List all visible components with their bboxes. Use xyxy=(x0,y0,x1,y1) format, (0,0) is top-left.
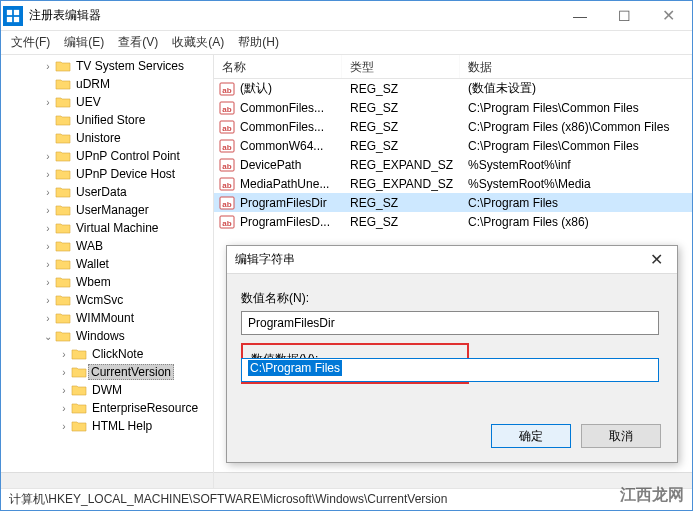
menu-favorites[interactable]: 收藏夹(A) xyxy=(172,34,224,51)
twisty-icon[interactable]: › xyxy=(41,151,55,162)
cancel-button[interactable]: 取消 xyxy=(581,424,661,448)
titlebar: 注册表编辑器 — ☐ ✕ xyxy=(1,1,692,31)
tree-item[interactable]: ›UserManager xyxy=(3,201,213,219)
twisty-icon[interactable]: › xyxy=(41,295,55,306)
tree-item-label: uDRM xyxy=(75,77,110,91)
twisty-icon[interactable]: › xyxy=(41,223,55,234)
menu-file[interactable]: 文件(F) xyxy=(11,34,50,51)
tree-item[interactable]: ›DWM xyxy=(3,381,213,399)
statusbar: 计算机\HKEY_LOCAL_MACHINE\SOFTWARE\Microsof… xyxy=(1,488,692,510)
tree-item[interactable]: Unified Store xyxy=(3,111,213,129)
table-row[interactable]: abMediaPathUne...REG_EXPAND_SZ%SystemRoo… xyxy=(214,174,692,193)
ok-button[interactable]: 确定 xyxy=(491,424,571,448)
tree-item-label: EnterpriseResource xyxy=(91,401,198,415)
tree-item[interactable]: ›UPnP Control Point xyxy=(3,147,213,165)
minimize-button[interactable]: — xyxy=(558,2,602,30)
folder-icon xyxy=(71,419,87,433)
dialog-title: 编辑字符串 xyxy=(235,251,644,268)
menu-help[interactable]: 帮助(H) xyxy=(238,34,279,51)
dialog-close-button[interactable]: ✕ xyxy=(644,250,669,269)
tree-item[interactable]: ›WcmSvc xyxy=(3,291,213,309)
column-header-data[interactable]: 数据 xyxy=(460,55,692,78)
row-type: REG_SZ xyxy=(342,196,460,210)
svg-text:ab: ab xyxy=(222,86,231,95)
twisty-icon[interactable]: › xyxy=(41,97,55,108)
twisty-icon[interactable]: › xyxy=(57,403,71,414)
tree-item-label: UPnP Control Point xyxy=(75,149,180,163)
row-type: REG_SZ xyxy=(342,120,460,134)
twisty-icon[interactable]: › xyxy=(41,313,55,324)
folder-icon xyxy=(55,149,71,163)
tree-item[interactable]: ›EnterpriseResource xyxy=(3,399,213,417)
row-name: CommonW64... xyxy=(240,139,342,153)
row-data: %SystemRoot%\Media xyxy=(460,177,692,191)
tree-item-label: Unistore xyxy=(75,131,121,145)
twisty-icon[interactable]: › xyxy=(41,61,55,72)
tree-item[interactable]: ›Wbem xyxy=(3,273,213,291)
row-type: REG_SZ xyxy=(342,101,460,115)
row-data: C:\Program Files\Common Files xyxy=(460,101,692,115)
folder-icon xyxy=(71,383,87,397)
tree-item[interactable]: ›ClickNote xyxy=(3,345,213,363)
folder-icon xyxy=(55,167,71,181)
column-header-type[interactable]: 类型 xyxy=(342,55,460,78)
table-row[interactable]: abDevicePathREG_EXPAND_SZ%SystemRoot%\in… xyxy=(214,155,692,174)
table-row[interactable]: abCommonFiles...REG_SZC:\Program Files\C… xyxy=(214,98,692,117)
row-name: DevicePath xyxy=(240,158,342,172)
table-row[interactable]: abProgramFilesDirREG_SZC:\Program Files xyxy=(214,193,692,212)
tree-item[interactable]: ›CurrentVersion xyxy=(3,363,213,381)
svg-text:ab: ab xyxy=(222,162,231,171)
folder-icon xyxy=(55,329,71,343)
twisty-icon[interactable]: › xyxy=(57,349,71,360)
menubar: 文件(F) 编辑(E) 查看(V) 收藏夹(A) 帮助(H) xyxy=(1,31,692,55)
twisty-icon[interactable]: › xyxy=(41,277,55,288)
svg-rect-3 xyxy=(14,16,19,21)
tree-item-label: Virtual Machine xyxy=(75,221,159,235)
tree-item[interactable]: ›WIMMount xyxy=(3,309,213,327)
row-data: C:\Program Files\Common Files xyxy=(460,139,692,153)
twisty-icon[interactable]: › xyxy=(41,241,55,252)
tree-item[interactable]: ⌄Windows xyxy=(3,327,213,345)
tree-item[interactable]: ›UserData xyxy=(3,183,213,201)
edit-string-dialog: 编辑字符串 ✕ 数值名称(N): 数值数据(V): C:\Program Fil… xyxy=(226,245,678,463)
maximize-button[interactable]: ☐ xyxy=(602,2,646,30)
folder-icon xyxy=(55,59,71,73)
tree-panel[interactable]: ›TV System ServicesuDRM›UEVUnified Store… xyxy=(1,55,214,488)
tree-horizontal-scrollbar[interactable] xyxy=(1,472,213,488)
table-row[interactable]: ab(默认)REG_SZ(数值未设置) xyxy=(214,79,692,98)
table-row[interactable]: abCommonW64...REG_SZC:\Program Files\Com… xyxy=(214,136,692,155)
value-data-input[interactable]: C:\Program Files xyxy=(241,358,659,382)
tree-item[interactable]: Unistore xyxy=(3,129,213,147)
table-row[interactable]: abCommonFiles...REG_SZC:\Program Files (… xyxy=(214,117,692,136)
folder-icon xyxy=(71,347,87,361)
folder-icon xyxy=(55,293,71,307)
svg-text:ab: ab xyxy=(222,143,231,152)
twisty-icon[interactable]: › xyxy=(57,367,71,378)
twisty-icon[interactable]: › xyxy=(57,385,71,396)
row-data: C:\Program Files (x86)\Common Files xyxy=(460,120,692,134)
tree-item[interactable]: uDRM xyxy=(3,75,213,93)
row-type: REG_SZ xyxy=(342,139,460,153)
tree-item[interactable]: ›WAB xyxy=(3,237,213,255)
string-value-icon: ab xyxy=(218,119,236,135)
twisty-icon[interactable]: › xyxy=(41,259,55,270)
table-row[interactable]: abProgramFilesD...REG_SZC:\Program Files… xyxy=(214,212,692,231)
svg-text:ab: ab xyxy=(222,124,231,133)
folder-icon xyxy=(71,365,87,379)
menu-edit[interactable]: 编辑(E) xyxy=(64,34,104,51)
twisty-icon[interactable]: ⌄ xyxy=(41,331,55,342)
tree-item[interactable]: ›UPnP Device Host xyxy=(3,165,213,183)
tree-item[interactable]: ›HTML Help xyxy=(3,417,213,435)
tree-item[interactable]: ›TV System Services xyxy=(3,57,213,75)
tree-item[interactable]: ›Virtual Machine xyxy=(3,219,213,237)
tree-item[interactable]: ›UEV xyxy=(3,93,213,111)
close-button[interactable]: ✕ xyxy=(646,2,690,30)
twisty-icon[interactable]: › xyxy=(57,421,71,432)
tree-item[interactable]: ›Wallet xyxy=(3,255,213,273)
menu-view[interactable]: 查看(V) xyxy=(118,34,158,51)
value-name-input[interactable] xyxy=(241,311,659,335)
twisty-icon[interactable]: › xyxy=(41,205,55,216)
column-header-name[interactable]: 名称 xyxy=(214,55,342,78)
twisty-icon[interactable]: › xyxy=(41,187,55,198)
twisty-icon[interactable]: › xyxy=(41,169,55,180)
